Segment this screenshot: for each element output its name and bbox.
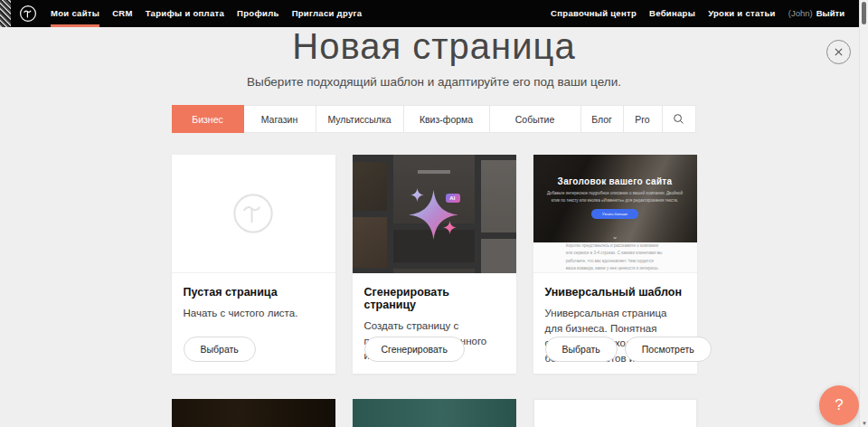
card-description: Начать с чистого листа. (184, 306, 324, 321)
logout-link[interactable]: Выйти (816, 0, 844, 27)
tilda-placeholder-logo-icon (231, 192, 275, 235)
card-title: Универсальный шаблон (545, 286, 685, 299)
template-category-tabs: Бизнес Магазин Мультиссылка Квиз-форма С… (172, 105, 697, 133)
template-hero-preview: Заголовок вашего сайта Добавьте интересн… (533, 155, 697, 242)
navbar-left-menu: Мои сайты CRM Тарифы и оплата Профиль Пр… (51, 0, 362, 27)
nav-tariffs[interactable]: Тарифы и оплата (146, 0, 224, 27)
preview-cta-button: Узнать больше (591, 209, 638, 219)
template-about-preview: Коротко представьтесь и расскажите о ком… (533, 242, 697, 273)
top-navbar: Мои сайты CRM Тарифы и оплата Профиль Пр… (0, 0, 868, 27)
tilda-logo-icon[interactable] (19, 5, 37, 23)
template-cards-row: Пустая страница Начать с чистого листа. … (172, 155, 697, 374)
card-title: Пустая страница (184, 286, 324, 299)
page-title: Новая страница (0, 25, 868, 67)
preview-body-text: Коротко представьтесь и расскажите о ком… (566, 242, 665, 271)
universal-template-thumbnail: Заголовок вашего сайта Добавьте интересн… (533, 155, 697, 273)
ai-badge: AI (446, 194, 460, 203)
nav-lessons-articles[interactable]: Уроки и статьи (708, 0, 776, 27)
ai-generate-thumbnail: AI (353, 155, 516, 273)
preview-headline: Заголовок вашего сайта (533, 155, 697, 186)
tab-event[interactable]: Событие (489, 105, 581, 133)
card-actions: Сгенерировать (364, 337, 465, 362)
scrollbar-down-arrow-icon[interactable]: ▼ (861, 421, 868, 426)
new-page-modal-screen: Мои сайты CRM Тарифы и оплата Профиль Пр… (0, 0, 868, 427)
nav-profile[interactable]: Профиль (237, 0, 279, 27)
page-subtitle: Выберите подходящий шаблон и адаптируйте… (0, 75, 868, 89)
navbar-right-menu: Справочный центр Вебинары Уроки и статьи… (551, 0, 844, 27)
search-icon (673, 113, 684, 125)
close-icon (834, 47, 844, 57)
select-template-button[interactable]: Выбрать (545, 337, 618, 362)
chevron-down-icon: ⌄ (612, 233, 618, 241)
template-cards-row-partial (172, 399, 697, 427)
card-actions: Выбрать Посмотреть (545, 337, 712, 362)
preview-template-button[interactable]: Посмотреть (625, 337, 712, 362)
nav-help-center[interactable]: Справочный центр (551, 0, 637, 27)
scrollbar-thumb[interactable] (862, 2, 866, 24)
scrollbar[interactable]: ▼ (859, 0, 868, 427)
close-button[interactable] (826, 40, 851, 64)
card-partial-thumbnail[interactable] (533, 399, 697, 427)
nav-invite-friend[interactable]: Пригласи друга (292, 0, 363, 27)
select-blank-button[interactable]: Выбрать (184, 337, 256, 362)
nav-my-sites[interactable]: Мои сайты (51, 0, 99, 27)
card-actions: Выбрать (184, 337, 256, 362)
nav-crm[interactable]: CRM (112, 0, 133, 27)
tab-search[interactable] (662, 105, 696, 133)
tab-shop[interactable]: Магазин (243, 105, 316, 133)
user-name: (John) (788, 0, 813, 27)
tab-quiz-form[interactable]: Квиз-форма (403, 105, 490, 133)
preview-subtext: Добавьте интересное подробное описание о… (542, 190, 686, 204)
user-session: (John) Выйти (788, 0, 844, 27)
desktop-edge-pattern (0, 0, 11, 27)
tab-multilink[interactable]: Мультиссылка (316, 105, 404, 133)
tab-blog[interactable]: Блог (580, 105, 624, 133)
card-universal-template: Заголовок вашего сайта Добавьте интересн… (533, 155, 697, 374)
sparkle-small-icon (443, 221, 457, 234)
blank-page-thumbnail (172, 155, 335, 273)
tab-business[interactable]: Бизнес (172, 105, 244, 133)
card-blank-page: Пустая страница Начать с чистого листа. … (172, 155, 335, 374)
generate-button[interactable]: Сгенерировать (364, 337, 465, 362)
card-ai-generate: AI Сгенерировать страницу Создать страни… (353, 155, 516, 374)
card-partial-thumbnail[interactable] (353, 399, 516, 427)
card-title: Сгенерировать страницу (364, 286, 505, 311)
help-button[interactable]: ? (819, 385, 859, 425)
card-body: Пустая страница Начать с чистого листа. (172, 273, 335, 321)
card-partial-thumbnail[interactable] (172, 399, 335, 427)
nav-webinars[interactable]: Вебинары (649, 0, 695, 27)
tab-pro[interactable]: Pro (623, 105, 663, 133)
